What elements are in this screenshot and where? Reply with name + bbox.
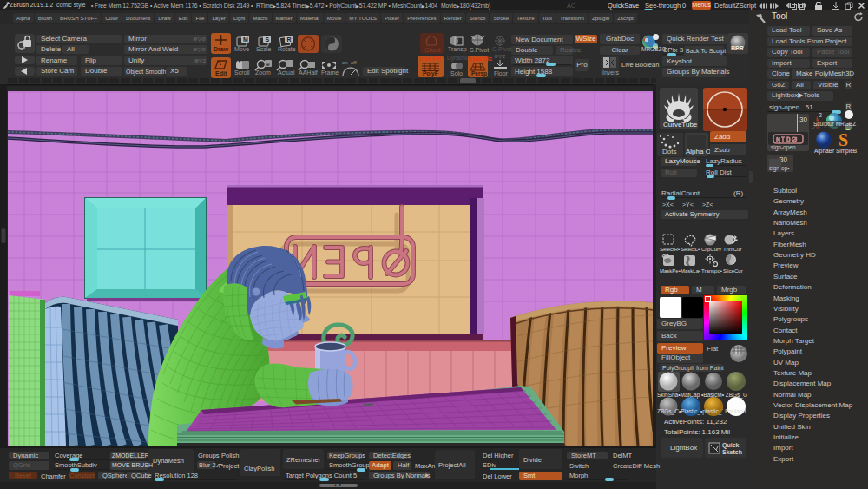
svg-text:S: S bbox=[838, 131, 848, 149]
svg-text:M: M bbox=[243, 36, 248, 43]
svg-text:R: R bbox=[287, 36, 292, 43]
svg-text:⊕: ⊕ bbox=[266, 62, 270, 67]
svg-text:S: S bbox=[266, 36, 270, 43]
